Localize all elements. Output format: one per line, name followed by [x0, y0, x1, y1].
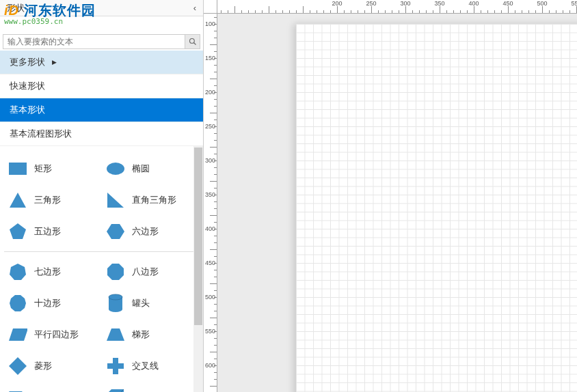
- menu-quick-shapes[interactable]: 快速形状: [0, 74, 203, 98]
- shape-right-triangle[interactable]: 直角三角形: [102, 184, 200, 216]
- svg-marker-6: [10, 223, 26, 239]
- right-triangle-icon: [106, 191, 125, 209]
- vertical-ruler[interactable]: 100150200250300350400450500550600: [204, 14, 217, 392]
- shape-decagon[interactable]: 十边形: [4, 288, 102, 319]
- scrollbar-track[interactable]: [193, 146, 203, 392]
- category-menu: 更多形状 ▶ 快速形状 基本形状 基本流程图形状: [0, 51, 203, 146]
- shape-label: 八边形: [132, 266, 159, 278]
- svg-rect-2: [9, 163, 27, 175]
- shape-heptagon[interactable]: 七边形: [4, 256, 102, 288]
- search-button[interactable]: [185, 35, 200, 48]
- svg-line-1: [193, 43, 196, 45]
- shape-parallelogram[interactable]: 平行四边形: [4, 319, 102, 350]
- svg-marker-10: [10, 295, 26, 311]
- shape-label: 椭圆: [132, 163, 150, 175]
- shape-diamond[interactable]: 菱形: [4, 350, 102, 382]
- shape-label: 五边形: [34, 225, 61, 238]
- menu-flowchart-shapes[interactable]: 基本流程图形状: [0, 122, 203, 146]
- shape-label: 梯形: [132, 328, 150, 341]
- search-box: [3, 34, 200, 49]
- triangle-icon: [8, 191, 27, 209]
- parallelogram-icon: [8, 326, 27, 344]
- svg-marker-8: [10, 264, 26, 280]
- shapes-panel: 矩形椭圆三角形直角三角形五边形六边形七边形八边形十边形罐头平行四边形梯形菱形交叉…: [0, 146, 203, 392]
- shape-rectangle[interactable]: 矩形: [4, 153, 102, 184]
- panel-header: 形状 ‹: [0, 0, 203, 16]
- shape-cylinder[interactable]: 罐头: [102, 288, 200, 319]
- shape-ellipse[interactable]: 椭圆: [102, 153, 200, 184]
- shape-label: 矩形: [34, 163, 52, 175]
- submenu-arrow-icon: ▶: [52, 59, 57, 66]
- octagon-icon: [106, 263, 125, 281]
- horizontal-ruler[interactable]: 200250300350400450500550: [217, 0, 577, 14]
- rectangle-icon: [8, 160, 27, 178]
- svg-point-3: [107, 163, 124, 175]
- trapezoid-icon: [106, 326, 125, 344]
- svg-marker-17: [9, 357, 27, 375]
- shape-triangle[interactable]: 三角形: [4, 184, 102, 216]
- chevron-icon: [8, 389, 27, 392]
- shape-label: 六边形: [132, 225, 159, 238]
- svg-marker-15: [9, 328, 27, 341]
- panel-title: 形状: [7, 2, 25, 14]
- collapse-button[interactable]: ‹: [193, 3, 196, 13]
- svg-marker-9: [107, 264, 124, 280]
- drawing-page[interactable]: [296, 24, 577, 392]
- shape-cross[interactable]: 交叉线: [102, 350, 200, 382]
- shape-label: 菱形: [34, 360, 52, 372]
- svg-marker-4: [10, 193, 26, 208]
- shape-cube[interactable]: 立方体: [102, 382, 200, 392]
- heptagon-icon: [8, 263, 27, 281]
- decagon-icon: [8, 294, 27, 312]
- ellipse-icon: [106, 160, 125, 178]
- menu-basic-shapes[interactable]: 基本形状: [0, 98, 203, 122]
- svg-rect-19: [107, 363, 124, 369]
- svg-point-13: [109, 307, 122, 312]
- shape-label: 七边形: [34, 266, 61, 278]
- search-input[interactable]: [3, 35, 185, 48]
- diamond-icon: [8, 357, 27, 375]
- shape-label: 三角形: [34, 194, 61, 206]
- search-icon: [189, 38, 197, 46]
- shape-pentagon[interactable]: 五边形: [4, 216, 102, 247]
- shapes-sidebar: iD 河东软件园 www.pc0359.cn 形状 ‹ 更多形状 ▶ 快速形状 …: [0, 0, 204, 392]
- shape-hexagon[interactable]: 六边形: [102, 216, 200, 247]
- cross-icon: [106, 357, 125, 375]
- shape-chevron[interactable]: 壁章: [4, 382, 102, 392]
- shape-label: 平行四边形: [34, 328, 79, 341]
- pentagon-icon: [8, 223, 27, 240]
- canvas-area: 200250300350400450500550 100150200250300…: [204, 0, 577, 392]
- shape-label: 罐头: [132, 297, 150, 309]
- hexagon-icon: [106, 223, 125, 240]
- cylinder-icon: [106, 294, 125, 312]
- canvas-viewport[interactable]: [217, 14, 577, 392]
- shape-octagon[interactable]: 八边形: [102, 256, 200, 288]
- svg-marker-7: [107, 224, 124, 239]
- shape-label: 十边形: [34, 297, 61, 309]
- ruler-corner: [204, 0, 217, 14]
- shape-trapezoid[interactable]: 梯形: [102, 319, 200, 350]
- shape-label: 直角三角形: [132, 194, 176, 206]
- shape-label: 交叉线: [132, 360, 159, 372]
- svg-marker-5: [107, 193, 124, 208]
- scrollbar-thumb[interactable]: [194, 148, 202, 325]
- menu-more-shapes[interactable]: 更多形状 ▶: [0, 51, 203, 74]
- svg-point-0: [189, 39, 194, 44]
- shape-divider: [4, 251, 199, 252]
- grid: [296, 24, 577, 392]
- svg-marker-16: [107, 328, 124, 341]
- cube-icon: [106, 389, 125, 392]
